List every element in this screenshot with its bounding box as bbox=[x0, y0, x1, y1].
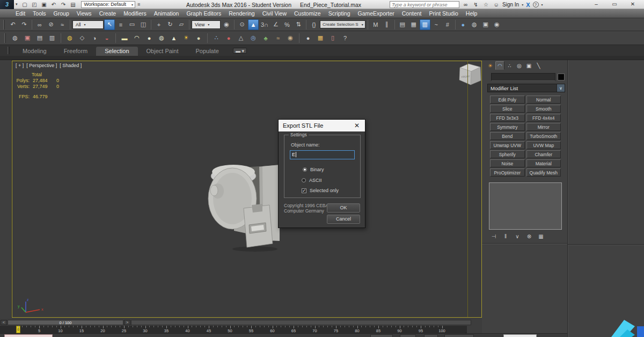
menu-graph-editors[interactable]: Graph Editors bbox=[182, 9, 225, 18]
atom-icon[interactable]: ◎ bbox=[248, 33, 259, 43]
panel-tab-hierarchy[interactable]: ∴ bbox=[505, 61, 514, 70]
material-editor-icon[interactable]: ● bbox=[458, 19, 469, 30]
mirror-icon[interactable]: M bbox=[370, 19, 381, 30]
menu-group[interactable]: Group bbox=[50, 9, 73, 18]
perspective-viewport[interactable]: [ + ] [ Perspective ] [ Shaded ] Total P… bbox=[12, 61, 482, 318]
object-color-swatch[interactable] bbox=[558, 74, 565, 80]
rotate-gizmo-icon[interactable]: ◑ bbox=[89, 33, 100, 43]
dialog-title-bar[interactable]: Export STL File ✕ bbox=[279, 120, 365, 131]
modifier-button-mirror[interactable]: Mirror bbox=[526, 123, 561, 131]
sign-in-button[interactable]: Sign In bbox=[502, 2, 519, 8]
snaps-toggle-icon[interactable]: 3∩ bbox=[259, 19, 270, 30]
scene-states-icon[interactable]: ▥ bbox=[47, 33, 57, 43]
modifier-button-chamfer[interactable]: Chamfer bbox=[526, 150, 561, 158]
ok-button[interactable]: OK bbox=[327, 203, 360, 213]
menu-help[interactable]: Help bbox=[462, 9, 481, 18]
panel-tab-display[interactable]: ▣ bbox=[524, 61, 533, 70]
schematic-view-icon[interactable]: # bbox=[442, 19, 453, 30]
sunlight-icon[interactable]: ☀ bbox=[181, 33, 192, 43]
ribbon-tab-object-paint[interactable]: Object Paint bbox=[138, 47, 187, 56]
select-and-scale-icon[interactable]: ▱ bbox=[176, 19, 187, 30]
preview-window-icon[interactable]: ▣ bbox=[22, 33, 33, 43]
select-and-manipulate-icon[interactable]: ⊙ bbox=[237, 19, 247, 30]
previous-frame-button[interactable]: < bbox=[1, 320, 7, 325]
menu-rendering[interactable]: Rendering bbox=[225, 9, 258, 18]
panel-tab-modify[interactable]: ◠ bbox=[495, 61, 504, 70]
use-pivot-point-center-icon[interactable]: ◉ bbox=[221, 19, 232, 30]
state-sets-icon[interactable]: ▤ bbox=[34, 33, 45, 43]
close-button[interactable]: ✕ bbox=[624, 0, 642, 9]
ribbon-tab-selection[interactable]: Selection bbox=[96, 47, 137, 56]
help-icon[interactable]: ? bbox=[533, 2, 539, 8]
modifier-button-edit-poly[interactable]: Edit Poly bbox=[490, 96, 525, 104]
menu-views[interactable]: Views bbox=[73, 9, 96, 18]
workspace-dropdown[interactable]: Workspace: Default ▾ bbox=[81, 1, 135, 8]
geosphere-icon[interactable]: ● bbox=[193, 33, 204, 43]
track-bar[interactable] bbox=[131, 320, 471, 325]
modifier-button-material[interactable]: Material bbox=[526, 159, 561, 167]
toolbar-handle-2[interactable] bbox=[4, 33, 6, 43]
foliage-icon[interactable]: ♣ bbox=[260, 33, 271, 43]
sphere-tool-icon[interactable]: ● bbox=[303, 33, 313, 43]
app-menu-arrow-icon[interactable]: ▾ bbox=[14, 2, 19, 6]
help-arrow-icon[interactable]: ▾ bbox=[541, 3, 543, 6]
radio-ascii[interactable]: ASCII bbox=[302, 178, 322, 183]
unlink-selection-icon[interactable]: ⊘ bbox=[46, 19, 56, 30]
modifier-button-slice[interactable]: Slice bbox=[490, 105, 525, 113]
undo-icon[interactable]: ↶ bbox=[8, 19, 18, 30]
modifier-button-prooptimizer[interactable]: ProOptimizer bbox=[490, 169, 525, 177]
light-tool-icon[interactable]: ◍ bbox=[64, 33, 75, 43]
panel-tab-motion[interactable]: ◎ bbox=[515, 61, 524, 70]
menu-civil-view[interactable]: Civil View bbox=[259, 9, 290, 18]
graphite-ribbon-icon[interactable]: ▦ bbox=[408, 19, 419, 30]
model-end-piece[interactable] bbox=[208, 165, 280, 252]
checkbox-selected-only[interactable]: ✓ Selected only bbox=[302, 188, 339, 193]
next-frame-button[interactable]: > bbox=[124, 320, 130, 325]
minimize-button[interactable]: – bbox=[587, 0, 605, 9]
favorites-star-icon[interactable]: ☆ bbox=[482, 1, 489, 8]
dynamics-icon[interactable]: ◒ bbox=[101, 33, 112, 43]
select-and-link-icon[interactable]: ∞ bbox=[34, 19, 45, 30]
keyboard-override-icon[interactable]: ▲ bbox=[248, 19, 259, 30]
primitive-plane-icon[interactable]: ▬ bbox=[119, 33, 130, 43]
modifier-button-symmetry[interactable]: Symmetry bbox=[490, 123, 525, 131]
bird-icon[interactable]: ≈ bbox=[273, 33, 283, 43]
exchange-apps-icon[interactable]: X bbox=[526, 2, 530, 8]
menu-edit[interactable]: Edit bbox=[12, 9, 29, 18]
ribbon-handle[interactable] bbox=[8, 47, 10, 54]
spinner-snap-icon[interactable]: ⇅ bbox=[293, 19, 304, 30]
modifier-button-ffd-4x4x4[interactable]: FFD 4x4x4 bbox=[526, 114, 561, 122]
toolbar-handle[interactable] bbox=[3, 20, 5, 30]
radio-binary[interactable]: Binary bbox=[303, 167, 324, 172]
viewport-canvas[interactable]: z y x FRONT bbox=[12, 61, 481, 317]
viewcube[interactable]: FRONT bbox=[459, 64, 481, 85]
primitive-teapot-icon[interactable]: ◍ bbox=[156, 33, 167, 43]
cancel-button[interactable]: Cancel bbox=[327, 215, 360, 224]
ribbon-tab-populate[interactable]: Populate bbox=[187, 47, 227, 56]
qat-project-folder-icon[interactable]: ▤ bbox=[69, 1, 78, 9]
menu-create[interactable]: Create bbox=[96, 9, 120, 18]
modifier-button-bend[interactable]: Bend bbox=[490, 132, 525, 140]
signin-user-icon[interactable]: ☺ bbox=[493, 1, 500, 8]
workspace-menu-icon[interactable]: ≡ bbox=[137, 2, 140, 7]
qat-redo-icon[interactable]: ↷ bbox=[59, 1, 68, 9]
panel-tab-utilities[interactable]: ╲ bbox=[534, 61, 543, 70]
angle-snap-icon[interactable]: ∠ bbox=[270, 19, 281, 30]
modifier-button-ffd-3x3x3[interactable]: FFD 3x3x3 bbox=[490, 114, 525, 122]
named-selection-set-field[interactable]: Create Selection S▾ bbox=[320, 20, 365, 28]
scene-explorer-icon[interactable]: ▥ bbox=[420, 19, 430, 30]
select-by-name-icon[interactable]: ≡ bbox=[115, 19, 126, 30]
help-icon[interactable]: ? bbox=[340, 33, 350, 43]
render-teapot-icon[interactable]: ◍ bbox=[10, 33, 20, 43]
timeline-ruler[interactable]: 0 51015202530354045505560657075808590951… bbox=[0, 326, 467, 334]
select-and-rotate-icon[interactable]: ↻ bbox=[165, 19, 175, 30]
qat-undo-icon[interactable]: ↶ bbox=[49, 1, 58, 9]
bind-to-spacewarp-icon[interactable]: ≈ bbox=[57, 19, 68, 30]
menu-content[interactable]: Content bbox=[398, 9, 426, 18]
render-setup-icon[interactable]: ◍ bbox=[469, 19, 480, 30]
modifier-button-noise[interactable]: Noise bbox=[490, 159, 525, 167]
show-end-result-icon[interactable]: ‖ bbox=[502, 233, 509, 240]
render-production-icon[interactable]: ◉ bbox=[492, 19, 502, 30]
dialog-close-button[interactable]: ✕ bbox=[353, 122, 361, 129]
rectangular-selection-region-icon[interactable]: ▭ bbox=[127, 19, 137, 30]
